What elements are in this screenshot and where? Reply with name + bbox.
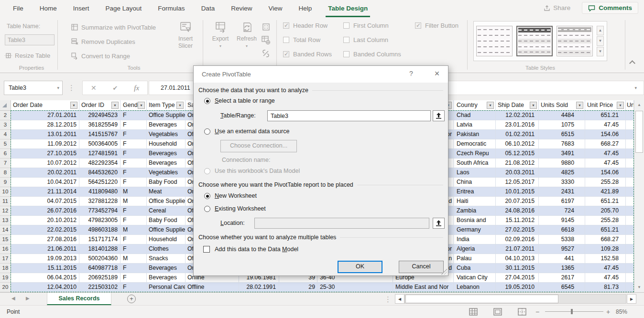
ribbon-tab-table-design[interactable]: Table Design — [320, 0, 376, 17]
cell-units_sold[interactable]: 9527 — [539, 244, 585, 254]
cell-units_sold[interactable]: 441 — [539, 254, 585, 264]
cell-col_stub[interactable] — [626, 197, 634, 206]
dialog-title-bar[interactable]: Create PivotTable ? × — [194, 66, 448, 83]
select-corner[interactable] — [0, 100, 11, 111]
cell-order_date[interactable]: 19.09.2013 — [11, 254, 79, 264]
ribbon-tab-home[interactable]: Home — [32, 0, 65, 17]
cancel-button[interactable]: Cancel — [399, 261, 444, 273]
cell-item_type[interactable]: Baby Food — [147, 178, 186, 187]
ribbon-tab-formulas[interactable]: Formulas — [150, 0, 193, 17]
cell-unit_price[interactable]: 205.70 — [585, 206, 626, 216]
cell-ship_date[interactable]: 05.12.2015 — [496, 149, 539, 159]
refresh-dropdown-icon[interactable]: ▾ — [234, 42, 259, 50]
cell-order_id[interactable]: 141515767 — [79, 130, 120, 139]
zoom-slider[interactable] — [545, 311, 603, 312]
cell-gender[interactable]: F — [120, 244, 147, 254]
column-header-order_date[interactable]: Order Date▼ — [11, 100, 79, 111]
row-header[interactable]: 17 — [0, 254, 11, 264]
cell-gender[interactable]: F — [120, 283, 147, 292]
cell-country[interactable]: Laos — [454, 168, 496, 178]
export-button[interactable]: Export ▾ — [208, 21, 232, 50]
insert-function-icon[interactable]: fx — [134, 84, 139, 92]
cell-col_stub[interactable] — [626, 264, 634, 273]
row-header[interactable]: 14 — [0, 225, 11, 235]
cell-col_stub[interactable] — [626, 139, 634, 149]
cell-item_type[interactable]: Baby Food — [147, 216, 186, 225]
cell-order_date[interactable]: 21.06.2011 — [11, 244, 79, 254]
row-header[interactable]: 9 — [0, 178, 11, 187]
cell-unit_price[interactable]: 651.21 — [585, 225, 626, 235]
cell-units_sold[interactable]: 9145 — [539, 216, 585, 225]
cell-col_stub[interactable] — [626, 273, 634, 283]
page-break-view-icon[interactable] — [518, 308, 526, 316]
cell-order_id[interactable]: 500204360 — [79, 254, 120, 264]
filter-dropdown-icon[interactable]: ▼ — [617, 102, 624, 109]
style-option-filter-button[interactable]: Filter Button — [415, 22, 458, 29]
cell-gender[interactable]: F — [120, 130, 147, 139]
ribbon-tab-page-layout[interactable]: Page Layout — [98, 0, 150, 17]
cell-order_id[interactable]: 640987718 — [79, 264, 120, 273]
column-header-col_stub[interactable]: Uni — [626, 100, 634, 111]
cell-gender[interactable]: F — [120, 111, 147, 120]
cell-unit_price[interactable]: 47.45 — [585, 159, 626, 168]
cell-order_id[interactable]: 206925189 — [79, 273, 120, 283]
row-header[interactable]: 18 — [0, 264, 11, 273]
scroll-down-icon[interactable]: ▼ — [634, 283, 644, 292]
cell-order_id[interactable]: 564251220 — [79, 178, 120, 187]
dialog-help-button[interactable]: ? — [406, 70, 416, 77]
cell-order_id[interactable]: 479823005 — [79, 216, 120, 225]
cell-order_id[interactable]: 411809480 — [79, 187, 120, 197]
cell-units_sold[interactable]: 2431 — [539, 187, 585, 197]
gallery-up-button[interactable]: ▲ — [597, 26, 604, 35]
cell-unit_price[interactable]: 668.27 — [585, 235, 626, 244]
cell-ship_date[interactable]: 15.11.2012 — [496, 216, 539, 225]
remove-duplicates-button[interactable]: Remove Duplicates — [71, 36, 135, 47]
comments-button[interactable]: Comments — [582, 2, 638, 14]
cell-units_sold[interactable]: 6197 — [539, 197, 585, 206]
cell-order_id[interactable]: 181401288 — [79, 244, 120, 254]
collapse-ribbon-icon[interactable] — [629, 60, 635, 66]
table-name-input[interactable] — [5, 34, 55, 45]
cell-item_type[interactable]: Meat — [147, 187, 186, 197]
cell-unit_price[interactable]: 255.28 — [585, 178, 626, 187]
cell-item_type[interactable]: Household — [147, 139, 186, 149]
cell-country[interactable]: Palau — [454, 254, 496, 264]
cell-ship_date[interactable]: 27.04.2015 — [496, 273, 539, 283]
cell-unit_price[interactable]: 421.89 — [585, 187, 626, 197]
cell-country[interactable]: Pakistan — [454, 130, 496, 139]
cell-ship_date[interactable]: 21.07.2011 — [496, 244, 539, 254]
table-style-preview-light[interactable] — [476, 26, 513, 56]
cell-col_stub[interactable] — [626, 225, 634, 235]
cell-order_id[interactable]: 127481591 — [79, 149, 120, 159]
cell-units_sold[interactable]: 6515 — [539, 130, 585, 139]
cell-ship_date[interactable]: 23.01.2016 — [496, 120, 539, 130]
row-header[interactable]: 4 — [0, 130, 11, 139]
cell-order_date[interactable]: 04.07.2015 — [11, 197, 79, 206]
row-header[interactable]: 11 — [0, 197, 11, 206]
cell-col_f[interactable]: 28.02.1991 — [239, 283, 279, 292]
cell-country[interactable]: Algeria — [454, 244, 496, 254]
cell-country[interactable]: Czech Repu — [454, 149, 496, 159]
cell-order_id[interactable]: 292494523 — [79, 111, 120, 120]
cell-country[interactable]: Lebanon — [454, 283, 496, 292]
cell-item_type[interactable]: Office Supplies — [147, 111, 186, 120]
unchecked-checkbox-icon[interactable] — [343, 37, 349, 43]
cell-units_sold[interactable]: 4484 — [539, 111, 585, 120]
cell-col_stub[interactable] — [626, 120, 634, 130]
row-header[interactable]: 7 — [0, 159, 11, 168]
cell-country[interactable]: Latvia — [454, 120, 496, 130]
location-picker-button[interactable] — [433, 218, 445, 229]
style-option-first-column[interactable]: First Column — [343, 22, 389, 29]
cell-col_stub[interactable] — [626, 187, 634, 197]
cell-gender[interactable]: M — [120, 225, 147, 235]
cell-col_stub[interactable] — [626, 235, 634, 244]
ribbon-tab-file[interactable]: File — [5, 0, 32, 17]
cell-country[interactable]: Vatican City — [454, 273, 496, 283]
horizontal-scrollbar[interactable] — [404, 294, 626, 304]
row-header[interactable]: 19 — [0, 273, 11, 283]
dialog-resize-grip[interactable] — [441, 269, 447, 275]
cell-units_sold[interactable]: 6618 — [539, 225, 585, 235]
cell-gender[interactable]: F — [120, 216, 147, 225]
row-header[interactable]: 8 — [0, 168, 11, 178]
cell-ship_date[interactable]: 06.10.2012 — [496, 139, 539, 149]
